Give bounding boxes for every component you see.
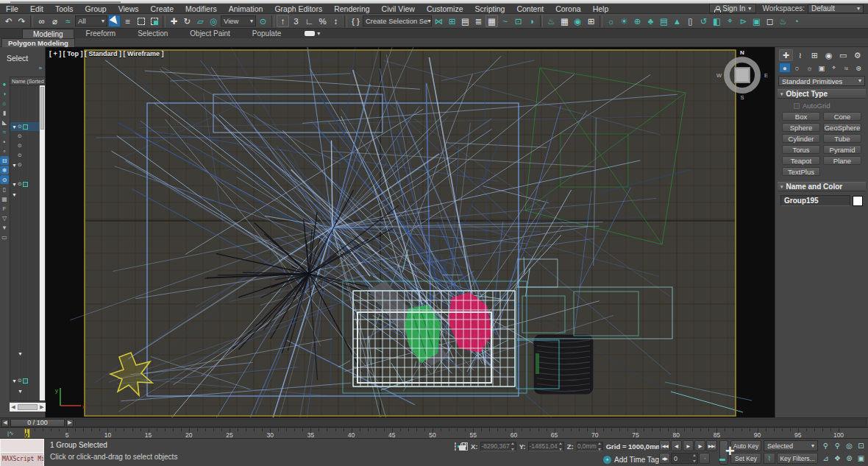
angle-snap-toggle-icon[interactable]: ∟ [303,15,316,27]
sphere-button[interactable]: Sphere [782,123,820,132]
shapes-category-icon[interactable]: ○ [791,63,803,73]
isolate-selection-icon[interactable] [455,442,456,451]
spinner-icon[interactable] [598,442,602,451]
visibility-eye-icon[interactable]: ⊙ [18,162,22,168]
teapot-button[interactable]: Teapot [782,156,820,165]
cone-button[interactable]: Cone [823,112,861,121]
select-and-scale-icon[interactable]: ▱ [194,15,207,27]
expand-arrow-icon[interactable]: ▼ [12,378,17,384]
menu-views[interactable]: Views [113,4,145,14]
filter-icon[interactable]: ▼ [0,223,9,232]
select-object-icon[interactable] [108,15,121,27]
expand-arrow-icon[interactable]: ▼ [12,192,17,197]
select-and-link-icon[interactable]: ∞ [35,15,48,27]
mini-curve-editor-icon[interactable]: |∿ [7,430,14,437]
visibility-eye-icon[interactable]: ⊙ [18,378,22,384]
expand-arrow-icon[interactable]: ▼ [18,351,23,356]
menu-animation[interactable]: Animation [223,4,269,14]
previous-frame-button[interactable]: ◀| [671,440,682,451]
primitives-dropdown[interactable]: Standard Primitives ▾ [778,76,865,86]
tree-row[interactable]: ⊙ [10,151,22,160]
render-production-icon[interactable]: ◉ [572,15,584,27]
play-button[interactable]: ▶ [683,440,694,451]
panel-collapse-icon[interactable]: » [39,65,42,71]
undo-icon[interactable]: ↶ [2,15,15,27]
percent-snap-toggle-icon[interactable]: % [316,15,329,27]
explorer-name-column-header[interactable]: Name (Sorted A [10,77,45,85]
space-warps-category-icon[interactable]: ≈ [841,63,853,73]
rectangular-selection-region-icon[interactable] [135,15,147,27]
expand-arrow-icon[interactable]: ▼ [12,163,17,168]
go-to-end-button[interactable]: ▶▶| [706,440,717,451]
compass-east-label[interactable]: E [764,72,768,79]
light-icon[interactable]: ☼ [605,15,617,27]
tree-row[interactable]: ▼⊙ [10,180,28,188]
default-in-out-tangents-button[interactable]: ⌇ [764,453,775,464]
visibility-eye-icon[interactable]: ⊙ [18,133,22,139]
hierarchy-tab-icon[interactable]: ⊞ [808,49,822,61]
z-coordinate-field[interactable]: 0,0mm [577,442,603,451]
set-keys-button[interactable] [719,440,728,465]
snaps-toggle-icon[interactable]: ↑ [277,15,289,27]
rendered-frame-window-icon[interactable]: ▦ [558,15,571,27]
visibility-eye-icon[interactable]: ⊙ [18,152,22,158]
track-bar[interactable]: |∿ 0510152025303540455055606570758085909… [0,427,868,438]
tree-row[interactable]: ▼⊙ [10,376,28,385]
tree-row[interactable]: ▼ [10,349,23,358]
display-tab-icon[interactable]: ▭ [836,49,850,61]
time-configuration-button[interactable]: ◔ [699,453,710,464]
ribbon-tab-populate[interactable]: Populate [242,29,291,38]
frozen-filter-icon[interactable]: F [0,204,9,213]
box-button[interactable]: Box [782,112,820,121]
go-to-start-button[interactable]: |◀◀ [659,440,670,451]
teapot-icon[interactable]: ♨ [777,15,789,27]
window-crossing-icon[interactable] [148,15,160,27]
named-selection-sets-dropdown[interactable]: Create Selection Se▾ [363,15,432,27]
redo-icon[interactable]: ↷ [15,15,28,27]
ribbon-tab-modeling[interactable]: Modeling [22,29,74,38]
autogrid-checkbox[interactable] [794,103,800,109]
orbit-icon[interactable]: ⊛ [844,453,855,464]
polygon-modeling-tab[interactable]: Polygon Modeling [1,38,75,47]
name-and-color-rollout-header[interactable]: ▾ Name and Color [778,182,866,191]
display-containers-icon[interactable]: ∘ [0,146,9,155]
cylinder-button[interactable]: Cylinder [782,134,820,143]
systems-category-icon[interactable]: ⊛ [853,63,864,73]
material-ball-icon[interactable]: ◔ [790,15,803,27]
x-coordinate-field[interactable]: -8290,367 [480,442,516,451]
compass-north-label[interactable]: N [740,49,744,56]
viewcube[interactable]: N S W E [722,54,763,96]
hide-toggle-icon[interactable]: ⊙ [0,175,9,184]
pyramid-button[interactable]: Pyramid [823,145,861,154]
explorer-horizontal-scrollbar[interactable]: ◀ ▶ [10,403,46,412]
render-setup-icon[interactable]: ♨ [545,15,558,27]
select-by-name-icon[interactable]: ≡ [121,15,134,27]
menu-civil-view[interactable]: Civil View [376,4,421,14]
spinner-snap-toggle-icon[interactable]: ↕ [330,15,342,27]
zoom-icon[interactable]: ⚲ [820,440,831,451]
safe-frame-icon[interactable]: ◻ [764,15,776,27]
display-cameras-icon[interactable]: ▮ [0,108,9,117]
compass-south-label[interactable]: S [740,94,744,101]
plane-button[interactable]: Plane [823,156,861,165]
civil-view-object-icon[interactable]: ⊕ [631,15,644,27]
use-pivot-point-center-icon[interactable]: ⊙ [257,15,269,27]
menu-help[interactable]: Help [587,4,615,14]
object-name-field[interactable]: Group195 [780,195,850,206]
tree-icon[interactable]: ▲ [671,15,683,27]
lights-category-icon[interactable]: ☼ [803,63,815,73]
expand-arrow-icon[interactable]: ▼ [12,124,17,130]
ribbon-config-button[interactable]: ▾ [305,29,320,38]
toggle-layer-explorer-icon[interactable]: ≣ [472,15,485,27]
menu-scripting[interactable]: Scripting [469,4,511,14]
display-bones-icon[interactable]: ▪ [0,137,9,146]
helpers-category-icon[interactable]: ⌖ [828,63,840,73]
ribbon-tab-freeform[interactable]: Freeform [76,29,127,38]
field-of-view-icon[interactable]: ⊿ [820,453,831,464]
menu-create[interactable]: Create [145,4,180,14]
menu-file[interactable]: File [0,4,24,14]
selection-set-dropdown[interactable]: Selected ▾ [764,440,818,451]
object-type-rollout-header[interactable]: ▾ Object Type [778,89,866,99]
toggle-ribbon-icon[interactable]: ▦ [485,15,498,27]
book-reference-icon[interactable]: ▤ [658,15,670,27]
